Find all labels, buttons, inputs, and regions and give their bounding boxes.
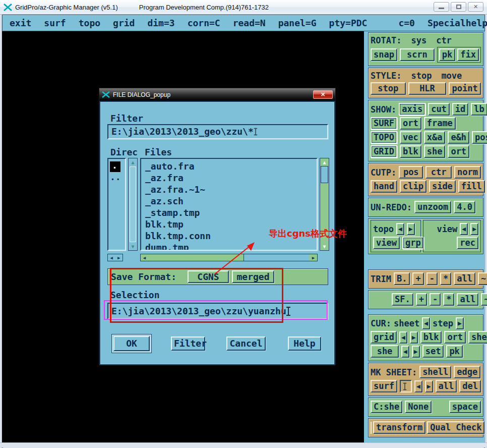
cur-grid-prev-button[interactable]: ◀ <box>399 331 407 344</box>
file-item[interactable]: _az.fra <box>145 172 313 184</box>
transform-button[interactable]: transform <box>373 421 425 434</box>
file-item[interactable]: _auto.fra <box>145 160 313 172</box>
cutp-ctr-button[interactable]: ctr <box>425 166 452 179</box>
style-move[interactable]: move <box>441 71 462 81</box>
pk-button[interactable]: pk <box>439 48 455 61</box>
cur-she-next-button[interactable]: ▶ <box>412 346 420 358</box>
sf-star-button[interactable]: * <box>443 293 454 306</box>
dialog-titlebar[interactable]: FILE DIALOG_popup ✕ <box>99 88 335 101</box>
cshe-none-button[interactable]: None <box>405 401 432 413</box>
menu-grid[interactable]: grid <box>113 18 135 28</box>
scroll-up-icon[interactable]: ▲ <box>320 158 329 166</box>
cur-she-prev-button[interactable]: ◀ <box>401 346 409 358</box>
trim-minus-button[interactable]: - <box>427 272 438 285</box>
cutp-norm-button[interactable]: norm <box>454 166 481 179</box>
direc-listbox[interactable]: . .. <box>107 158 126 251</box>
close-button[interactable]: ✕ <box>468 2 483 12</box>
trim-star-button[interactable]: * <box>440 272 451 285</box>
scroll-right-icon[interactable]: ▶ <box>310 254 317 261</box>
cancel-button[interactable]: Cancel <box>226 337 266 351</box>
menu-topo[interactable]: topo <box>79 18 100 28</box>
show-surf-button[interactable]: SURF <box>371 117 397 130</box>
menu-corn[interactable]: corn=C <box>188 18 220 28</box>
menu-pty[interactable]: pty=PDC <box>329 18 368 28</box>
scroll-right-icon[interactable]: ▶ <box>115 254 123 261</box>
menu-special[interactable]: Special <box>428 18 466 28</box>
fix-button[interactable]: fix <box>457 48 479 61</box>
nav-view-button[interactable]: view <box>373 237 400 249</box>
show-ort2-button[interactable]: ort <box>448 145 469 158</box>
cur-step-label[interactable]: step <box>433 318 453 328</box>
rotat-ctr[interactable]: ctr <box>436 35 452 45</box>
cur-pk-button[interactable]: pk <box>446 345 462 358</box>
trim-all-button[interactable]: all <box>454 272 475 285</box>
ok-button[interactable]: OK <box>113 336 150 351</box>
show-vec-button[interactable]: vec <box>400 131 421 144</box>
snap-button[interactable]: snap <box>371 48 397 61</box>
cutp-pos-button[interactable]: pos <box>399 166 423 179</box>
mksheet-all-button[interactable]: all <box>436 380 457 393</box>
scroll-down-icon[interactable]: ▼ <box>320 243 329 250</box>
stop-button[interactable]: stop <box>371 82 406 95</box>
menu-surf[interactable]: surf <box>44 18 66 28</box>
show-blk-button[interactable]: blk <box>400 145 421 158</box>
show-id-button[interactable]: id <box>452 103 468 116</box>
file-item[interactable]: _az.fra.~1~ <box>145 184 313 195</box>
menu-read[interactable]: read=N <box>233 18 266 28</box>
show-ort-button[interactable]: ort <box>400 117 421 130</box>
scroll-up-icon[interactable]: ▲ <box>129 158 137 166</box>
point-button[interactable]: point <box>449 82 481 95</box>
scrn-button[interactable]: scrn <box>400 48 435 61</box>
menu-exit[interactable]: exit <box>10 18 31 28</box>
maximize-button[interactable] <box>451 2 466 12</box>
topo-next-button[interactable]: ▶ <box>407 223 415 235</box>
cutp-side-button[interactable]: side <box>429 180 456 193</box>
show-cut-button[interactable]: cut <box>428 103 450 116</box>
show-topo-button[interactable]: TOPO <box>371 131 397 144</box>
file-item[interactable]: _az.sch <box>145 195 313 207</box>
unzoom-button[interactable]: unzoom <box>414 201 451 213</box>
cutp-clip-button[interactable]: clip <box>400 180 427 193</box>
cur-grid-button[interactable]: grid <box>371 331 397 344</box>
show-grid-button[interactable]: GRID <box>371 145 397 158</box>
show-pos-button[interactable]: pos <box>472 131 487 144</box>
show-xa-button[interactable]: x&a <box>424 131 446 144</box>
mksheet-shell-button[interactable]: shell <box>419 366 451 378</box>
cur-step-next-button[interactable]: ▶ <box>456 317 464 329</box>
cur-she2-button[interactable]: she <box>371 345 399 358</box>
files-scroll-thumb[interactable] <box>321 166 328 183</box>
sf-minus-button[interactable]: - <box>430 293 441 306</box>
cur-set-button[interactable]: set <box>422 345 444 358</box>
file-item[interactable]: _stamp.tmp <box>145 207 313 218</box>
menu-c0[interactable]: c=0 <box>398 18 415 28</box>
cur-blk-button[interactable]: blk <box>420 331 442 344</box>
style-stop[interactable]: stop <box>411 71 432 81</box>
cur-sheet-label[interactable]: sheet <box>394 318 419 328</box>
trim-tilde-button[interactable]: ~ <box>478 272 487 285</box>
cur-sheet-prev-button[interactable]: ◀ <box>422 317 430 329</box>
scroll-left-icon[interactable]: ◀ <box>141 254 148 261</box>
mksheet-next-button[interactable]: ▶ <box>425 380 433 393</box>
show-lb-button[interactable]: lb <box>471 103 487 116</box>
show-eh-button[interactable]: e&h <box>448 131 469 144</box>
direc-item-parent[interactable]: .. <box>110 172 124 182</box>
menu-dim[interactable]: dim=3 <box>147 18 174 28</box>
mksheet-prev-button[interactable]: ◀ <box>414 380 422 393</box>
direc-scrollbar[interactable]: ▲ ▼ <box>128 158 138 251</box>
minimize-button[interactable] <box>434 2 449 12</box>
topo-prev-button[interactable]: ◀ <box>396 223 404 235</box>
mksheet-input[interactable] <box>400 380 412 393</box>
rotat-sys[interactable]: sys <box>411 35 427 45</box>
show-axis-button[interactable]: axis <box>399 103 425 116</box>
zoom-factor-button[interactable]: 4.0 <box>454 201 475 213</box>
direc-hscrollbar[interactable]: ◀ ▶ <box>107 254 123 261</box>
qual-check-button[interactable]: Qual Check <box>427 421 484 434</box>
sf-button[interactable]: SF. <box>392 293 413 306</box>
nav-grp-button[interactable]: grp <box>402 237 424 249</box>
cshe-space-button[interactable]: space <box>449 401 481 413</box>
sf-all-button[interactable]: all <box>457 293 478 306</box>
cshe-button[interactable]: C:she <box>371 401 402 413</box>
mksheet-surf-button[interactable]: surf <box>371 380 397 393</box>
help-button[interactable]: Help <box>288 337 321 351</box>
view-prev-button[interactable]: ◀ <box>460 223 468 235</box>
